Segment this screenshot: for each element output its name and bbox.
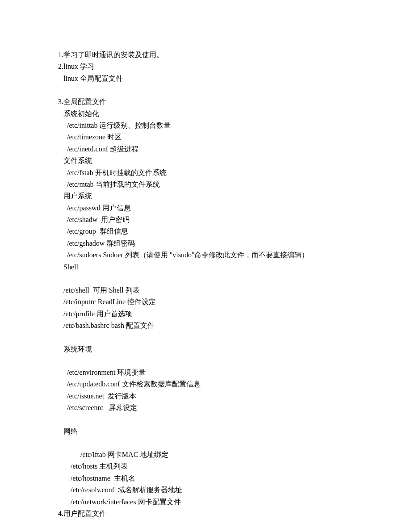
text-line: /etc/group 群组信息 (58, 226, 353, 237)
text-line: /etc/environment 环境变量 (58, 367, 353, 378)
text-line: /etc/hosts 主机列表 (58, 461, 353, 472)
text-line: 文件系统 (58, 155, 353, 167)
text-line: /etc/resolv.conf 域名解析服务器地址 (58, 484, 353, 496)
text-line: /etc/mtab 当前挂载的文件系统 (58, 179, 353, 190)
text-line: linux 全局配置文件 (58, 73, 353, 84)
document-body: 1.学习了即时通讯的安装及使用。2.linux 学习linux 全局配置文件3.… (58, 49, 353, 519)
text-line: 4.用户配置文件 (58, 508, 353, 519)
text-line: /etc/network/interfaces 网卡配置文件 (58, 496, 353, 508)
blank-line (58, 414, 353, 426)
blank-line (58, 84, 353, 96)
text-line: /etc/bash.bashrc bash 配置文件 (58, 320, 353, 331)
text-line: /etc/inputrc ReadLine 控件设定 (58, 296, 353, 308)
text-line: /etc/sudoers Sudoer 列表（请使用 "visudo"命令修改此… (58, 249, 353, 261)
text-line: /etc/shadw 用户密码 (58, 214, 353, 226)
text-line: 2.linux 学习 (58, 61, 353, 72)
text-line: /etc/passwd 用户信息 (58, 202, 353, 214)
blank-line (58, 437, 353, 449)
text-line: /etc/inetd.conf 超级进程 (58, 143, 353, 155)
text-line: /etc/shell 可用 Shell 列表 (58, 285, 353, 296)
text-line: /etc/hostname 主机名 (58, 473, 353, 484)
text-line: 系统环境 (58, 343, 353, 355)
text-line: /etc/gshadow 群组密码 (58, 238, 353, 249)
text-line: 1.学习了即时通讯的安装及使用。 (58, 49, 353, 61)
text-line: 用户系统 (58, 190, 353, 202)
text-line: /etc/iftab 网卡MAC 地址绑定 (58, 449, 353, 461)
text-line: /etc/profile 用户首选项 (58, 308, 353, 320)
text-line: /etc/timezone 时区 (58, 131, 353, 143)
text-line: /etc/updatedb.conf 文件检索数据库配置信息 (58, 378, 353, 390)
blank-line (58, 355, 353, 367)
text-line: 3.全局配置文件 (58, 96, 353, 108)
text-line: /etc/screenrc 屏幕设定 (58, 402, 353, 414)
blank-line (58, 273, 353, 285)
text-line: /etc/fstab 开机时挂载的文件系统 (58, 167, 353, 179)
text-line: 系统初始化 (58, 108, 353, 120)
text-line: 网络 (58, 426, 353, 437)
blank-line (58, 332, 353, 343)
text-line: Shell (58, 261, 353, 273)
text-line: /etc/inittab 运行级别、控制台数量 (58, 120, 353, 131)
text-line: /etc/issue.net 发行版本 (58, 390, 353, 402)
